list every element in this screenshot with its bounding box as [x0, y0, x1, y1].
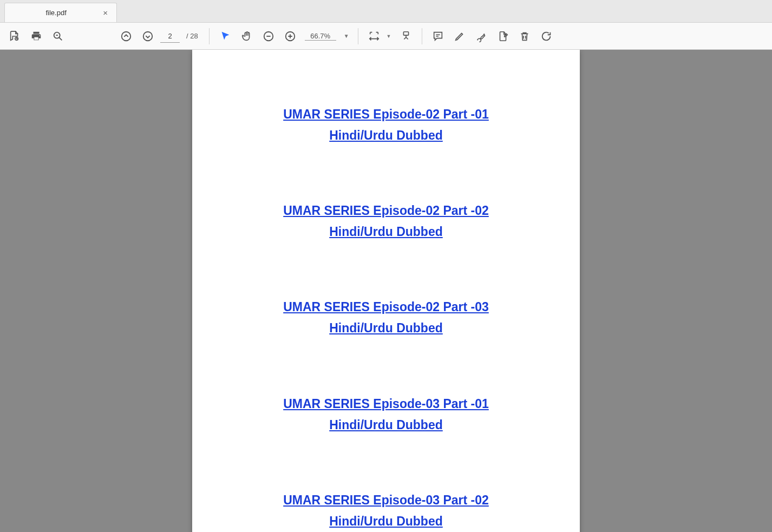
document-link[interactable]: UMAR SERIES Episode-02 Part -03 Hindi/Ur… — [283, 300, 489, 335]
separator — [209, 28, 210, 44]
link-line1: UMAR SERIES Episode-02 Part -02 — [283, 203, 489, 218]
reflow-icon[interactable] — [397, 27, 415, 45]
comment-icon[interactable] — [429, 27, 447, 45]
link-line2: Hindi/Urdu Dubbed — [329, 418, 443, 432]
tab-file[interactable]: file.pdf × — [4, 3, 117, 22]
link-line2: Hindi/Urdu Dubbed — [329, 128, 443, 142]
link-item: UMAR SERIES Episode-02 Part -01 Hindi/Ur… — [225, 104, 547, 146]
zoom-out-icon[interactable] — [259, 27, 278, 45]
link-item: UMAR SERIES Episode-02 Part -03 Hindi/Ur… — [225, 297, 547, 339]
link-line2: Hindi/Urdu Dubbed — [329, 225, 443, 239]
link-item: UMAR SERIES Episode-03 Part -02 Hindi/Ur… — [225, 490, 547, 532]
fit-dropdown-icon[interactable]: ▼ — [384, 31, 394, 41]
zoom-dropdown-icon[interactable]: ▼ — [342, 31, 351, 41]
tab-title: file.pdf — [11, 9, 101, 17]
document-link[interactable]: UMAR SERIES Episode-03 Part -01 Hindi/Ur… — [283, 397, 489, 432]
page-number-input[interactable] — [160, 30, 180, 43]
highlight-icon[interactable] — [450, 27, 469, 45]
rotate-icon[interactable] — [537, 27, 555, 45]
document-link[interactable]: UMAR SERIES Episode-02 Part -02 Hindi/Ur… — [283, 203, 489, 239]
save-icon[interactable] — [5, 27, 24, 45]
svg-point-3 — [143, 31, 153, 41]
link-line1: UMAR SERIES Episode-02 Part -01 — [283, 107, 489, 121]
link-line1: UMAR SERIES Episode-03 Part -01 — [283, 397, 489, 411]
page-down-icon[interactable] — [139, 27, 157, 45]
svg-rect-6 — [403, 31, 408, 35]
link-line2: Hindi/Urdu Dubbed — [329, 321, 443, 335]
search-icon[interactable] — [49, 27, 67, 45]
tab-bar: file.pdf × — [0, 0, 772, 23]
separator — [422, 28, 422, 44]
zoom-input[interactable] — [305, 32, 336, 41]
link-line1: UMAR SERIES Episode-02 Part -03 — [283, 300, 489, 314]
hand-tool-icon[interactable] — [238, 27, 256, 45]
svg-point-2 — [122, 31, 131, 41]
link-line2: Hindi/Urdu Dubbed — [329, 514, 443, 528]
page-up-icon[interactable] — [117, 27, 135, 45]
pdf-viewer[interactable]: UMAR SERIES Episode-02 Part -01 Hindi/Ur… — [0, 50, 772, 532]
zoom-in-icon[interactable] — [281, 27, 299, 45]
print-icon[interactable] — [27, 27, 45, 45]
sign-icon[interactable] — [494, 27, 512, 45]
link-line1: UMAR SERIES Episode-03 Part -02 — [283, 493, 489, 507]
toolbar: / 28 ▼ ▼ — [0, 23, 772, 50]
document-link[interactable]: UMAR SERIES Episode-02 Part -01 Hindi/Ur… — [283, 107, 489, 142]
link-item: UMAR SERIES Episode-03 Part -01 Hindi/Ur… — [225, 393, 547, 436]
page-total: / 28 — [186, 32, 198, 40]
draw-icon[interactable] — [472, 27, 490, 45]
fit-width-icon[interactable] — [365, 27, 383, 45]
delete-icon[interactable] — [515, 27, 534, 45]
document-link[interactable]: UMAR SERIES Episode-03 Part -02 Hindi/Ur… — [283, 493, 489, 528]
select-tool-icon[interactable] — [216, 27, 234, 45]
separator — [358, 28, 358, 44]
pdf-page: UMAR SERIES Episode-02 Part -01 Hindi/Ur… — [192, 50, 580, 532]
close-icon[interactable]: × — [101, 7, 110, 18]
link-item: UMAR SERIES Episode-02 Part -02 Hindi/Ur… — [225, 200, 547, 242]
